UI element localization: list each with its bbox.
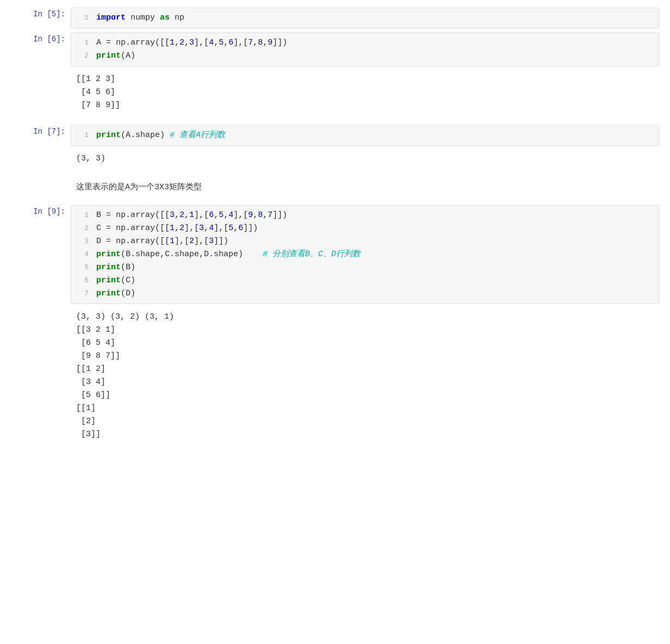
code-line-3-2: 3D = np.array([[1],[2],[3]]) <box>77 235 653 248</box>
line-content: C = np.array([[1,2],[3,4],[5,6]]) <box>96 222 258 235</box>
output-text-3: (3, 3) (3, 2) (3, 1) [[3 2 1] [6 5 4] [9… <box>76 309 654 447</box>
cell-label-0: In [5]: <box>0 5 71 30</box>
cell-label-3: In [9]: <box>0 203 71 306</box>
code-line-1-0: 1A = np.array([[1,2,3],[4,5,6],[7,8,9]]) <box>77 36 653 49</box>
empty-label-2 <box>0 148 71 176</box>
narrative-row-2: 这里表示的是A为一个3X3矩阵类型 <box>0 176 670 203</box>
line-content: print(C) <box>96 274 135 287</box>
line-number: 2 <box>77 223 89 234</box>
output-text-1: [[1 2 3] [4 5 6] [7 8 9]] <box>76 72 654 117</box>
cell-label-1: In [6]: <box>0 30 71 69</box>
notebook-container: In [5]:1import numpy as npIn [6]:1A = np… <box>0 0 670 457</box>
line-content: print(A) <box>96 49 135 63</box>
output-block-1: [[1 2 3] [4 5 6] [7 8 9]] <box>71 69 659 123</box>
cell-2: In [7]:1print(A.shape) # 查看A行列数 (3, 3) 这… <box>0 123 670 203</box>
line-content: D = np.array([[1],[2],[3]]) <box>96 235 228 248</box>
code-block-3[interactable]: 1B = np.array([[3,2,1],[6,5,4],[9,8,7]])… <box>71 205 659 304</box>
line-content: A = np.array([[1,2,3],[4,5,6],[7,8,9]]) <box>96 36 287 49</box>
empty-label-1 <box>0 69 71 123</box>
line-number: 3 <box>77 236 89 247</box>
line-content: print(B) <box>96 261 135 274</box>
code-line-3-5: 6print(C) <box>77 274 653 287</box>
code-block-2[interactable]: 1print(A.shape) # 查看A行列数 <box>71 125 659 146</box>
output-block-2: (3, 3) <box>71 148 659 176</box>
narrative-block-2: 这里表示的是A为一个3X3矩阵类型 <box>71 176 659 203</box>
output-text-2: (3, 3) <box>76 151 654 171</box>
code-line-3-6: 7print(D) <box>77 287 653 300</box>
line-number: 1 <box>77 38 89 49</box>
cell-1: In [6]:1A = np.array([[1,2,3],[4,5,6],[7… <box>0 30 670 123</box>
code-line-3-3: 4print(B.shape,C.shape,D.shape) # 分别查看B、… <box>77 248 653 261</box>
output-row-1: [[1 2 3] [4 5 6] [7 8 9]] <box>0 69 670 123</box>
code-block-0[interactable]: 1import numpy as np <box>71 8 659 28</box>
output-block-3: (3, 3) (3, 2) (3, 1) [[3 2 1] [6 5 4] [9… <box>71 306 659 452</box>
output-row-3: (3, 3) (3, 2) (3, 1) [[3 2 1] [6 5 4] [9… <box>0 306 670 452</box>
code-row-1: In [6]:1A = np.array([[1,2,3],[4,5,6],[7… <box>0 30 670 69</box>
line-number: 7 <box>77 288 89 300</box>
cell-0: In [5]:1import numpy as np <box>0 5 670 30</box>
line-number: 5 <box>77 262 89 274</box>
code-line-2-0: 1print(A.shape) # 查看A行列数 <box>77 129 653 142</box>
empty-label-3 <box>0 306 71 452</box>
code-line-3-0: 1B = np.array([[3,2,1],[6,5,4],[9,8,7]]) <box>77 209 653 222</box>
output-row-2: (3, 3) <box>0 148 670 176</box>
code-line-1-1: 2print(A) <box>77 49 653 63</box>
cell-3: In [9]:1B = np.array([[3,2,1],[6,5,4],[9… <box>0 203 670 452</box>
empty-label2-2 <box>0 176 71 203</box>
line-number: 1 <box>77 210 89 221</box>
line-number: 1 <box>77 13 89 24</box>
line-number: 1 <box>77 130 89 141</box>
line-content: B = np.array([[3,2,1],[6,5,4],[9,8,7]]) <box>96 209 287 222</box>
code-block-1[interactable]: 1A = np.array([[1,2,3],[4,5,6],[7,8,9]])… <box>71 33 659 66</box>
cell-label-2: In [7]: <box>0 123 71 148</box>
code-line-3-4: 5print(B) <box>77 261 653 274</box>
code-row-2: In [7]:1print(A.shape) # 查看A行列数 <box>0 123 670 148</box>
line-content: print(A.shape) # 查看A行列数 <box>96 129 225 142</box>
line-content: print(B.shape,C.shape,D.shape) # 分别查看B、C… <box>96 248 361 261</box>
code-line-3-1: 2C = np.array([[1,2],[3,4],[5,6]]) <box>77 222 653 235</box>
code-line-0-0: 1import numpy as np <box>77 11 653 24</box>
line-number: 4 <box>77 249 89 261</box>
line-number: 2 <box>77 51 89 62</box>
code-row-0: In [5]:1import numpy as np <box>0 5 670 30</box>
line-content: import numpy as np <box>96 11 184 24</box>
code-row-3: In [9]:1B = np.array([[3,2,1],[6,5,4],[9… <box>0 203 670 306</box>
line-number: 6 <box>77 275 89 287</box>
line-content: print(D) <box>96 287 135 300</box>
